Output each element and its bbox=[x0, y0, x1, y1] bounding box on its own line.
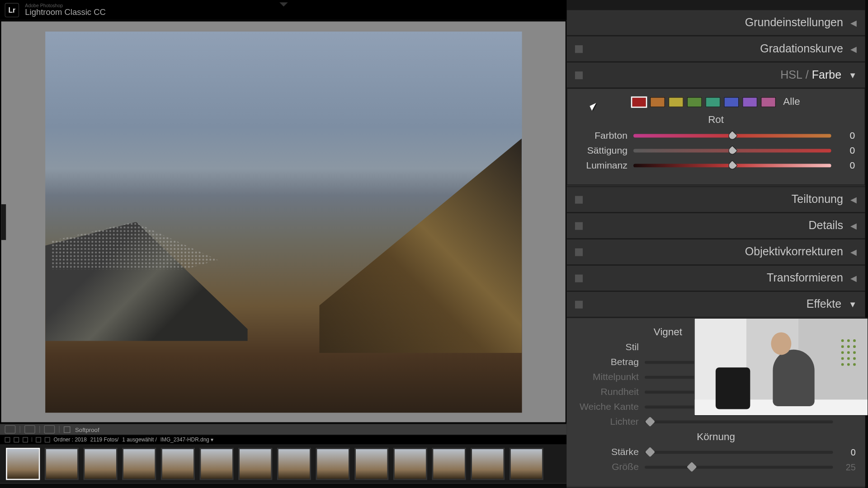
panel-header-basic[interactable]: Grundeinstellungen ◀ bbox=[566, 9, 865, 36]
panel-title: Effekte bbox=[807, 298, 842, 311]
thumbnail[interactable] bbox=[6, 447, 40, 479]
thumbnail[interactable] bbox=[509, 447, 543, 479]
effects-lichter-row: Lichter bbox=[576, 416, 856, 427]
panel-header-splittoning[interactable]: Teiltonung ◀ bbox=[566, 187, 865, 213]
panel-header-transform[interactable]: Transformieren ◀ bbox=[566, 265, 865, 291]
collapse-icon: ◀ bbox=[850, 247, 857, 257]
panel-collapse-notch-icon[interactable] bbox=[279, 2, 287, 6]
panel-title: Objektivkorrekturen bbox=[745, 245, 843, 258]
panel-title: Transformieren bbox=[767, 272, 843, 285]
effects-staerke-row: Stärke 0 bbox=[576, 446, 856, 457]
panel-header-detail[interactable]: Details ◀ bbox=[566, 213, 865, 239]
slider-track[interactable] bbox=[645, 450, 833, 454]
thumbnail[interactable] bbox=[471, 447, 505, 479]
color-panel-body: Alle Rot Farbton 0 Sättigung 0 Luminanz bbox=[566, 88, 865, 185]
webcam-overlay bbox=[694, 318, 868, 416]
thumbnail[interactable] bbox=[393, 447, 427, 479]
before-after-toggle[interactable] bbox=[24, 425, 35, 433]
canvas-area[interactable] bbox=[0, 20, 566, 423]
sort-icon[interactable] bbox=[23, 437, 28, 442]
collapse-icon: ▼ bbox=[849, 300, 857, 309]
swatch-purple[interactable] bbox=[743, 97, 758, 107]
compare-toggle[interactable] bbox=[44, 425, 55, 433]
thumbnail[interactable] bbox=[122, 447, 156, 479]
slider-label: Größe bbox=[576, 461, 639, 472]
collapse-icon: ◀ bbox=[850, 18, 857, 28]
thumbnail[interactable] bbox=[316, 447, 350, 479]
swatch-orange[interactable] bbox=[650, 97, 665, 107]
app-logo: Lr bbox=[5, 3, 19, 18]
filmstrip-scrollbar[interactable] bbox=[0, 483, 566, 488]
thumbnail[interactable] bbox=[277, 447, 311, 479]
photo-count: 2119 Fotos/ bbox=[90, 436, 119, 442]
main-photo[interactable] bbox=[45, 31, 522, 413]
collapse-icon: ◀ bbox=[850, 273, 857, 283]
slider-thumb[interactable] bbox=[727, 130, 738, 141]
webcam-feed bbox=[695, 319, 868, 415]
panel-header-tonecurve[interactable]: Gradationskurve ◀ bbox=[566, 36, 865, 62]
panel-enable-toggle[interactable] bbox=[575, 300, 583, 308]
thumbnail[interactable] bbox=[84, 447, 118, 479]
slider-track-hue[interactable] bbox=[633, 134, 831, 138]
slider-label: Weiche Kante bbox=[576, 401, 639, 412]
farbe-tab[interactable]: Farbe bbox=[812, 69, 841, 82]
thumbnail[interactable] bbox=[432, 447, 466, 479]
collapse-icon: ◀ bbox=[850, 44, 857, 54]
swatch-blue[interactable] bbox=[724, 97, 739, 107]
swatch-red[interactable] bbox=[632, 97, 646, 107]
slider-track[interactable] bbox=[645, 465, 833, 469]
slider-thumb[interactable] bbox=[645, 447, 655, 457]
slider-thumb[interactable] bbox=[687, 462, 697, 472]
current-filename[interactable]: IMG_2347-HDR.dng ▾ bbox=[160, 436, 214, 442]
slider-label: Betrag bbox=[576, 357, 639, 367]
slider-value[interactable]: 0 bbox=[837, 131, 855, 141]
swatch-green[interactable] bbox=[687, 97, 702, 107]
slider-thumb[interactable] bbox=[727, 145, 738, 156]
hsl-tab[interactable]: HSL bbox=[780, 69, 802, 82]
slider-value[interactable]: 0 bbox=[837, 160, 855, 171]
panel-enable-toggle[interactable] bbox=[575, 248, 583, 256]
thumbnail[interactable] bbox=[238, 447, 272, 479]
panel-title: Grundeinstellungen bbox=[745, 16, 843, 29]
slider-track-luminance[interactable] bbox=[633, 164, 831, 167]
slider-label: Sättigung bbox=[577, 145, 627, 156]
nav-fwd-icon[interactable] bbox=[45, 437, 50, 442]
swatch-magenta[interactable] bbox=[761, 97, 776, 107]
slider-value[interactable]: 0 bbox=[839, 447, 856, 457]
panel-enable-toggle[interactable] bbox=[575, 196, 583, 203]
panel-header-effects[interactable]: Effekte ▼ bbox=[566, 291, 865, 318]
slider-thumb[interactable] bbox=[645, 417, 655, 427]
app-logo-text: Lr bbox=[8, 6, 15, 14]
second-window-icon[interactable] bbox=[5, 437, 10, 442]
thumbnail[interactable] bbox=[354, 447, 388, 479]
folder-path[interactable]: Ordner : 2018 bbox=[54, 436, 87, 442]
panel-enable-toggle[interactable] bbox=[575, 45, 583, 53]
panel-title: Details bbox=[808, 219, 843, 232]
filmstrip[interactable] bbox=[0, 444, 566, 483]
slider-value[interactable]: 0 bbox=[837, 145, 855, 156]
panel-enable-toggle[interactable] bbox=[575, 274, 583, 282]
slider-track[interactable] bbox=[645, 420, 833, 423]
thumbnail[interactable] bbox=[161, 447, 195, 479]
view-mode-toggle[interactable] bbox=[5, 425, 16, 433]
left-panel-expand-handle[interactable] bbox=[1, 204, 6, 239]
grid-icon[interactable] bbox=[14, 437, 19, 442]
panel-enable-toggle[interactable] bbox=[575, 222, 583, 230]
collapse-icon: ▼ bbox=[849, 70, 857, 80]
panel-title: Teiltonung bbox=[792, 193, 843, 206]
panel-header-lens[interactable]: Objektivkorrekturen ◀ bbox=[566, 239, 865, 265]
nav-back-icon[interactable] bbox=[36, 437, 41, 442]
panel-enable-toggle[interactable] bbox=[575, 71, 583, 79]
slider-value[interactable]: 25 bbox=[839, 462, 856, 472]
slider-thumb[interactable] bbox=[727, 160, 738, 171]
panel-header-hsl-color[interactable]: HSL / Farbe ▼ bbox=[566, 62, 865, 88]
swatch-all[interactable]: Alle bbox=[783, 96, 800, 108]
swatch-aqua[interactable] bbox=[706, 97, 721, 107]
swatch-yellow[interactable] bbox=[669, 97, 684, 107]
grain-group-title: Körnung bbox=[576, 431, 856, 443]
softproof-checkbox[interactable] bbox=[64, 426, 70, 432]
meta-bar: Ordner : 2018 2119 Fotos/ 1 ausgewählt /… bbox=[0, 435, 566, 443]
thumbnail[interactable] bbox=[45, 447, 79, 479]
thumbnail[interactable] bbox=[200, 447, 234, 479]
slider-track-saturation[interactable] bbox=[633, 149, 831, 153]
